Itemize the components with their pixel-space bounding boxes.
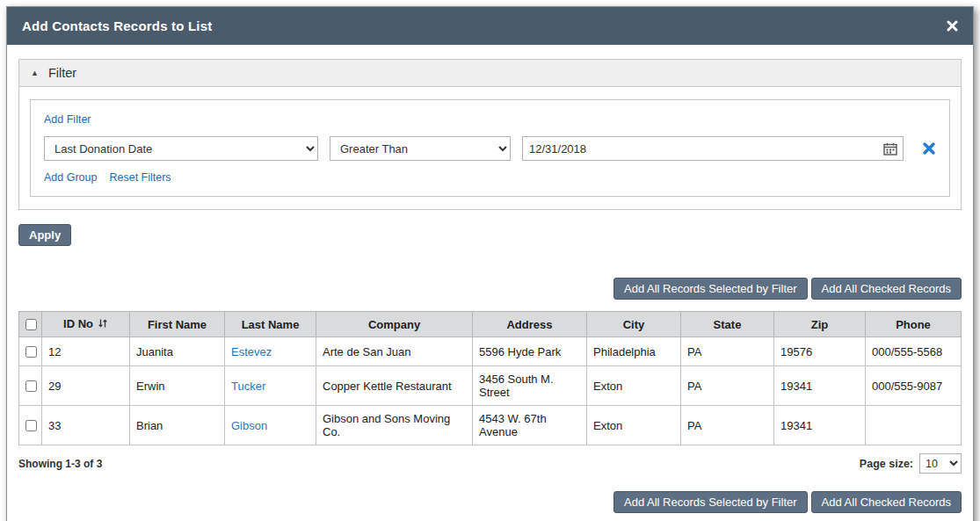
select-all-checkbox[interactable] — [25, 319, 37, 330]
top-action-buttons: Add All Records Selected by Filter Add A… — [18, 278, 962, 300]
cell-address: 5596 Hyde Park — [473, 337, 587, 366]
cell-zip: 19576 — [774, 337, 866, 366]
cell-address: 3456 South M. Street — [473, 366, 587, 406]
page-size-select[interactable]: 10 — [919, 453, 962, 474]
cell-city: Philadelphia — [587, 337, 681, 366]
column-header-phone[interactable]: Phone — [866, 312, 962, 337]
add-all-checked-button-bottom[interactable]: Add All Checked Records — [811, 491, 962, 513]
cell-zip: 19341 — [774, 366, 866, 406]
cell-city: Exton — [587, 406, 681, 445]
lastname-link[interactable]: Gibson — [231, 419, 267, 432]
collapse-arrow-icon[interactable]: ▲ — [31, 69, 39, 77]
remove-filter-icon[interactable] — [922, 141, 936, 156]
column-header-id[interactable]: ID No — [42, 312, 130, 337]
showing-text: Showing 1-3 of 3 — [18, 458, 102, 470]
date-input[interactable] — [523, 138, 878, 159]
calendar-icon[interactable] — [878, 137, 903, 160]
header-checkbox-cell — [19, 312, 42, 337]
column-header-address[interactable]: Address — [473, 312, 587, 337]
dialog-body: ▲ Filter Add Filter Last Donation Date G… — [7, 45, 973, 521]
column-header-company[interactable]: Company — [316, 312, 473, 337]
table-row: 12 Juanita Estevez Arte de San Juan 5596… — [19, 337, 962, 366]
cell-state: PA — [681, 366, 774, 406]
add-filter-link[interactable]: Add Filter — [44, 113, 91, 126]
filter-section-label: Filter — [48, 66, 76, 80]
column-header-state[interactable]: State — [681, 312, 774, 337]
lastname-link[interactable]: Estevez — [231, 345, 272, 358]
cell-firstname: Brian — [130, 406, 225, 445]
apply-button[interactable]: Apply — [18, 224, 71, 246]
add-all-by-filter-button-top[interactable]: Add All Records Selected by Filter — [613, 278, 808, 300]
row-checkbox[interactable] — [25, 346, 37, 358]
cell-id: 33 — [42, 406, 130, 445]
filter-panel: ▲ Filter Add Filter Last Donation Date G… — [18, 59, 962, 210]
filter-group: Add Filter Last Donation Date Greater Th… — [30, 99, 950, 197]
column-header-zip[interactable]: Zip — [774, 312, 866, 337]
close-icon[interactable] — [947, 20, 958, 32]
table-row: 29 Erwin Tucker Copper Kettle Restaurant… — [19, 366, 962, 406]
table-header-row: ID No First Name Last Name Company Addre… — [19, 312, 962, 337]
cell-state: PA — [681, 337, 774, 366]
column-header-city[interactable]: City — [587, 312, 681, 337]
filter-row: Last Donation Date Greater Than — [44, 136, 936, 161]
add-all-checked-button-top[interactable]: Add All Checked Records — [811, 278, 962, 300]
cell-phone — [866, 406, 962, 445]
sort-icon[interactable] — [98, 318, 108, 331]
dialog-header: Add Contacts Records to List — [7, 7, 973, 45]
filter-field-select[interactable]: Last Donation Date — [44, 136, 318, 161]
page-size-control: Page size: 10 — [860, 453, 962, 474]
dialog-title: Add Contacts Records to List — [22, 18, 212, 33]
cell-city: Exton — [587, 366, 681, 406]
cell-firstname: Juanita — [130, 337, 225, 366]
filter-body: Add Filter Last Donation Date Greater Th… — [19, 87, 961, 209]
add-all-by-filter-button-bottom[interactable]: Add All Records Selected by Filter — [613, 491, 808, 513]
cell-address: 4543 W. 67th Avenue — [473, 406, 587, 445]
column-header-lastname[interactable]: Last Name — [225, 312, 316, 337]
cell-id: 29 — [42, 366, 130, 406]
filter-links-row: Add Group Reset Filters — [44, 171, 936, 184]
cell-firstname: Erwin — [130, 366, 225, 406]
table-footer: Showing 1-3 of 3 Page size: 10 — [18, 453, 962, 474]
column-header-id-label: ID No — [63, 317, 93, 330]
page-size-label: Page size: — [860, 458, 913, 470]
row-checkbox[interactable] — [25, 420, 37, 431]
cell-company: Gibson and Sons Moving Co. — [316, 406, 473, 445]
cell-company: Arte de San Juan — [316, 337, 473, 366]
column-header-firstname[interactable]: First Name — [130, 312, 225, 337]
add-contacts-dialog: Add Contacts Records to List ▲ Filter Ad… — [6, 6, 974, 521]
cell-state: PA — [681, 406, 774, 445]
table-row: 33 Brian Gibson Gibson and Sons Moving C… — [19, 406, 962, 445]
cell-company: Copper Kettle Restaurant — [316, 366, 473, 406]
cell-id: 12 — [42, 337, 130, 366]
filter-section-header[interactable]: ▲ Filter — [19, 60, 961, 87]
row-checkbox[interactable] — [25, 380, 37, 392]
contacts-table: ID No First Name Last Name Company Addre… — [18, 311, 962, 445]
cell-phone: 000/555-5568 — [866, 337, 962, 366]
filter-operator-select[interactable]: Greater Than — [330, 136, 511, 161]
cell-zip: 19341 — [774, 406, 866, 445]
add-group-link[interactable]: Add Group — [44, 171, 97, 184]
cell-phone: 000/555-9087 — [866, 366, 962, 406]
date-input-wrap — [522, 136, 904, 161]
lastname-link[interactable]: Tucker — [231, 380, 265, 393]
reset-filters-link[interactable]: Reset Filters — [109, 171, 171, 184]
bottom-action-buttons: Add All Records Selected by Filter Add A… — [18, 491, 962, 513]
